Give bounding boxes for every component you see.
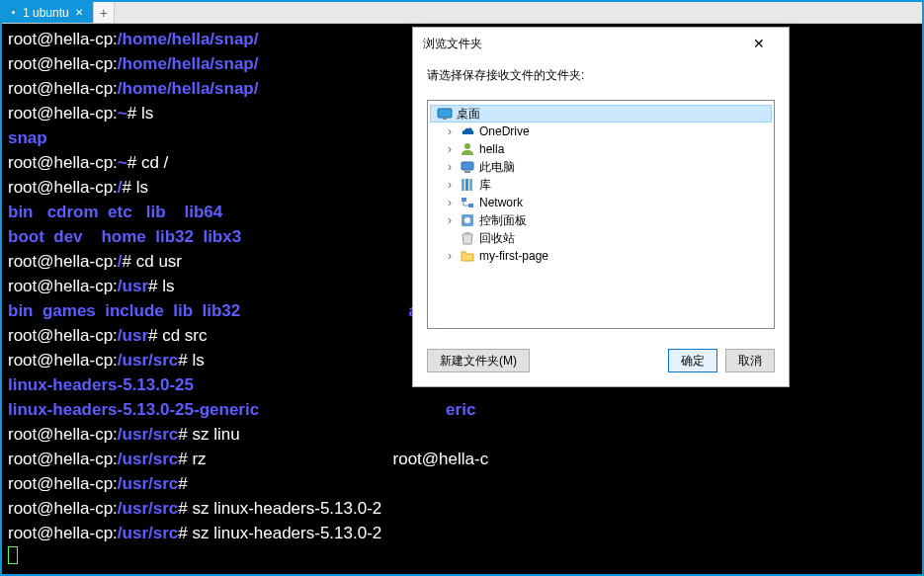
tree-item-label: Network xyxy=(479,196,523,209)
onedrive-icon xyxy=(460,123,475,139)
ok-button[interactable]: 确定 xyxy=(668,349,717,372)
tree-item[interactable]: ›Network xyxy=(430,194,772,211)
tree-item-label: my-first-page xyxy=(479,249,548,263)
svg-rect-8 xyxy=(462,198,466,202)
svg-rect-1 xyxy=(443,118,447,120)
tree-item[interactable]: ›hella xyxy=(430,140,772,158)
expand-icon[interactable]: › xyxy=(448,160,460,174)
tree-item[interactable]: ›库 xyxy=(430,176,772,194)
svg-rect-12 xyxy=(464,232,470,234)
close-icon[interactable]: ✕ xyxy=(739,36,779,51)
terminal-cursor xyxy=(8,546,18,564)
tab-status-dot xyxy=(12,11,15,14)
tree-item-label: 此电脑 xyxy=(479,159,515,176)
tab-label: 1 ubuntu xyxy=(23,6,69,20)
dialog-titlebar[interactable]: 浏览文件夹 ✕ xyxy=(413,28,789,59)
tree-item-label: 控制面板 xyxy=(479,212,527,229)
tree-root-desktop[interactable]: 桌面 xyxy=(430,105,772,123)
tree-item-label: hella xyxy=(479,142,504,156)
tree-item[interactable]: ›my-first-page xyxy=(430,247,772,265)
cpl-icon xyxy=(460,212,475,228)
expand-icon[interactable]: › xyxy=(448,178,460,192)
cancel-button[interactable]: 取消 xyxy=(725,349,775,372)
desktop-icon xyxy=(437,106,453,122)
tree-item[interactable]: ›此电脑 xyxy=(430,158,772,176)
tree-label: 桌面 xyxy=(457,106,480,123)
new-folder-button[interactable]: 新建文件夹(M) xyxy=(427,349,530,372)
tree-item[interactable]: 回收站 xyxy=(430,229,772,247)
dialog-title: 浏览文件夹 xyxy=(423,36,739,52)
tree-item[interactable]: ›OneDrive xyxy=(430,123,772,140)
svg-point-11 xyxy=(464,217,470,223)
dialog-button-row: 新建文件夹(M) 确定 取消 xyxy=(413,343,789,386)
tree-item-label: 回收站 xyxy=(479,230,515,247)
pc-icon xyxy=(460,159,475,175)
tree-item[interactable]: ›控制面板 xyxy=(430,211,772,229)
browse-folder-dialog: 浏览文件夹 ✕ 请选择保存接收文件的文件夹: 桌面 ›OneDrive›hell… xyxy=(412,27,790,387)
tree-item-label: OneDrive xyxy=(479,124,530,138)
expand-icon[interactable]: › xyxy=(448,196,460,209)
svg-rect-5 xyxy=(462,179,464,191)
add-tab-button[interactable]: + xyxy=(93,2,115,23)
svg-rect-7 xyxy=(469,179,472,191)
expand-icon[interactable]: › xyxy=(448,213,460,227)
dialog-prompt: 请选择保存接收文件的文件夹: xyxy=(413,59,789,88)
bin-icon xyxy=(460,230,475,246)
expand-icon[interactable]: › xyxy=(448,142,460,156)
folder-tree[interactable]: 桌面 ›OneDrive›hella›此电脑›库›Network›控制面板 回收… xyxy=(427,100,775,329)
svg-rect-0 xyxy=(438,109,452,118)
svg-rect-6 xyxy=(465,179,468,191)
expand-icon[interactable]: › xyxy=(448,124,460,138)
tree-item-label: 库 xyxy=(479,177,491,194)
tab-bar: 1 ubuntu ✕ + xyxy=(2,2,922,24)
tab-close-icon[interactable]: ✕ xyxy=(75,7,83,18)
tab-ubuntu[interactable]: 1 ubuntu ✕ xyxy=(2,2,93,23)
svg-rect-4 xyxy=(464,171,470,173)
svg-rect-9 xyxy=(468,204,473,207)
svg-rect-3 xyxy=(462,162,473,170)
expand-icon[interactable]: › xyxy=(448,249,460,263)
user-icon xyxy=(460,141,475,157)
lib-icon xyxy=(460,177,475,193)
folder-icon xyxy=(460,248,475,264)
svg-point-2 xyxy=(464,143,470,149)
net-icon xyxy=(460,195,475,210)
